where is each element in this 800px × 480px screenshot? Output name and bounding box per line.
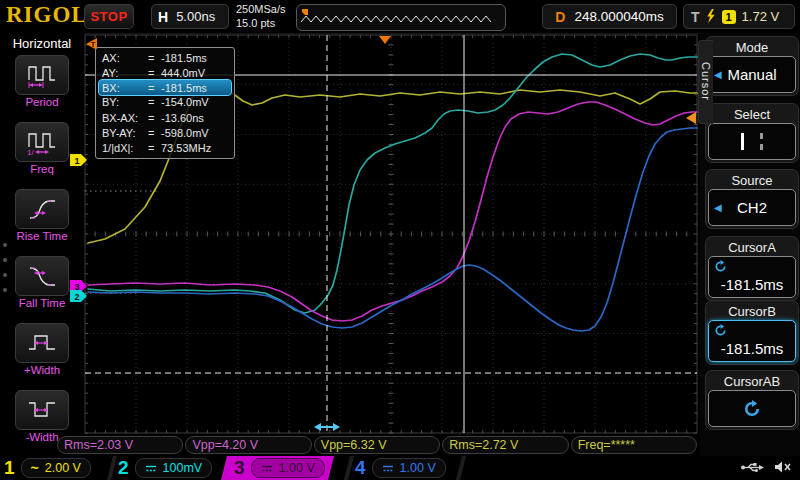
rise-time-icon: [27, 196, 57, 223]
trigger-label: T: [691, 9, 700, 25]
channel-3-status[interactable]: 3 ~ 1.00 V: [234, 456, 325, 480]
channel-4-number: 4: [355, 456, 366, 480]
horizontal-delay-box[interactable]: D 248.000040ms: [542, 4, 677, 29]
mode-value: Manual: [727, 66, 776, 83]
cursor-a-value: -181.5ms: [721, 276, 784, 293]
menu-group-select: Select: [705, 103, 799, 163]
oscilloscope-screen: RIGOL STOP H 5.00ns 250MSa/s 15.0 pts D …: [0, 0, 800, 480]
waveform-memory-bar[interactable]: [296, 4, 506, 31]
cursor-b-value: -181.5ms: [721, 340, 784, 357]
trigger-status-box[interactable]: T 1 1.72 V: [683, 4, 795, 29]
freq-icon: 1/: [27, 129, 57, 156]
measurement-slot-1[interactable]: Rms=2.03 V: [57, 436, 183, 454]
mode-header: Mode: [708, 39, 796, 56]
channel-4-status[interactable]: 4 ~ 1.00 V: [355, 456, 446, 480]
menu-tab-cursor: Cursor: [698, 40, 713, 124]
period-icon: [27, 62, 57, 89]
fall-time-button[interactable]: [15, 256, 69, 296]
run-stop-button[interactable]: STOP: [84, 4, 134, 29]
measurement-slot-4[interactable]: Rms=2.72 V: [442, 436, 568, 454]
channel-status-bar: 1 ~ 2.00 V 2 ~ 100mV: [0, 456, 800, 480]
measure-item-period[interactable]: Period: [13, 55, 71, 108]
rise-time-button[interactable]: [15, 189, 69, 229]
readout-row-ax: AX: = -181.5ms: [99, 50, 231, 65]
cursor-b-button[interactable]: -181.5ms: [708, 320, 796, 362]
rotate-knob-icon: [714, 324, 727, 337]
channel-3-number: 3: [234, 456, 245, 480]
dc-coupling-icon: [382, 464, 394, 473]
memory-waveform-icon: [297, 5, 503, 28]
cursor-a-header: CursorA: [708, 239, 796, 256]
horizontal-label: H: [158, 9, 168, 25]
rotate-knob-icon: [714, 260, 727, 273]
acquisition-info: 250MSa/s 15.0 pts: [236, 2, 286, 30]
channel-separator: [456, 456, 466, 480]
minus-width-icon: [27, 397, 57, 424]
measure-item-freq[interactable]: 1/ Freq: [13, 122, 71, 175]
measure-item-pwidth[interactable]: +Width: [13, 323, 71, 376]
channel-2-scale: 100mV: [163, 461, 203, 475]
channel-3-scale-box: ~ 1.00 V: [251, 458, 325, 478]
plus-width-label: +Width: [13, 364, 71, 376]
minus-width-button[interactable]: [15, 390, 69, 430]
cursor-select-button[interactable]: [708, 123, 796, 160]
period-button[interactable]: [15, 55, 69, 95]
timebase-box[interactable]: H 5.00ns: [151, 4, 229, 29]
measurement-slot-3[interactable]: Vpp=6.32 V: [314, 436, 440, 454]
trigger-level-value: 1.72 V: [742, 9, 780, 24]
freq-button[interactable]: 1/: [15, 122, 69, 162]
cursor-a-button[interactable]: -181.5ms: [708, 256, 796, 298]
channel-1-number: 1: [4, 456, 15, 480]
measurement-slot-2[interactable]: Vpp=4.20 V: [185, 436, 311, 454]
readout-row-byay: BY-AY: = -598.0mV: [99, 125, 231, 140]
measurement-slot-5[interactable]: Freq=*****: [571, 436, 697, 454]
channel-1-status[interactable]: 1 ~ 2.00 V: [4, 456, 91, 480]
menu-group-source: Source ◀ CH2: [705, 169, 799, 229]
freq-label: Freq: [13, 163, 71, 175]
channel-1-scale-box: ~ 2.00 V: [21, 458, 91, 478]
measure-item-fall-time[interactable]: Fall Time: [13, 256, 71, 309]
left-arrow-icon: ◀: [714, 69, 722, 80]
plus-width-icon: [27, 330, 57, 357]
rigol-logo: RIGOL: [6, 2, 88, 28]
source-button[interactable]: ◀ CH2: [708, 189, 796, 226]
fall-time-icon: [27, 263, 57, 290]
menu-group-mode: Mode ◀ Manual: [705, 36, 799, 96]
channel-separator: [344, 456, 354, 480]
cursor-b-line-icon: [760, 133, 763, 150]
delay-value: 248.000040ms: [574, 9, 663, 24]
waveform-display[interactable]: T132 AX: = -181.5ms AY: = 444.0mV BX: = …: [85, 35, 697, 433]
speaker-muted-icon[interactable]: [774, 460, 792, 474]
channel-2-status[interactable]: 2 ~ 100mV: [118, 456, 212, 480]
channel-3-scale: 1.00 V: [279, 461, 315, 475]
measurement-bar: Rms=2.03 V Vpp=4.20 V Vpp=6.32 V Rms=2.7…: [57, 436, 697, 454]
mode-button[interactable]: ◀ Manual: [708, 56, 796, 93]
memory-depth: 15.0 pts: [236, 16, 286, 30]
cursor-b-header: CursorB: [708, 303, 796, 320]
trigger-edge-icon: [706, 9, 716, 24]
source-header: Source: [708, 172, 796, 189]
timebase-value: 5.00ns: [176, 9, 215, 24]
channel-1-scale: 2.00 V: [45, 461, 81, 475]
channel-2-scale-box: ~ 100mV: [135, 458, 213, 478]
channel-2-number: 2: [118, 456, 129, 480]
svg-text:1/: 1/: [27, 148, 34, 156]
readout-row-freq: 1/|dX|: = 73.53MHz: [99, 140, 231, 155]
channel-4-scale: 1.00 V: [400, 461, 436, 475]
svg-text:1: 1: [74, 156, 79, 166]
readout-row-bxax: BX-AX: = -13.60ns: [99, 110, 231, 125]
trigger-source-badge: 1: [722, 10, 736, 24]
measure-item-rise-time[interactable]: Rise Time: [13, 189, 71, 242]
rise-time-label: Rise Time: [13, 230, 71, 242]
delay-label: D: [555, 9, 565, 25]
run-state-label: STOP: [90, 9, 127, 24]
sample-rate: 250MSa/s: [236, 2, 286, 16]
cursor-ab-button[interactable]: [708, 390, 796, 427]
channel-separator: [107, 456, 117, 480]
svg-text:2: 2: [74, 292, 79, 302]
source-value: CH2: [737, 199, 767, 216]
plus-width-button[interactable]: [15, 323, 69, 363]
usb-icon: [740, 461, 764, 474]
cursor-a-line-icon: [741, 133, 744, 150]
cursor-ab-header: CursorAB: [708, 373, 796, 390]
